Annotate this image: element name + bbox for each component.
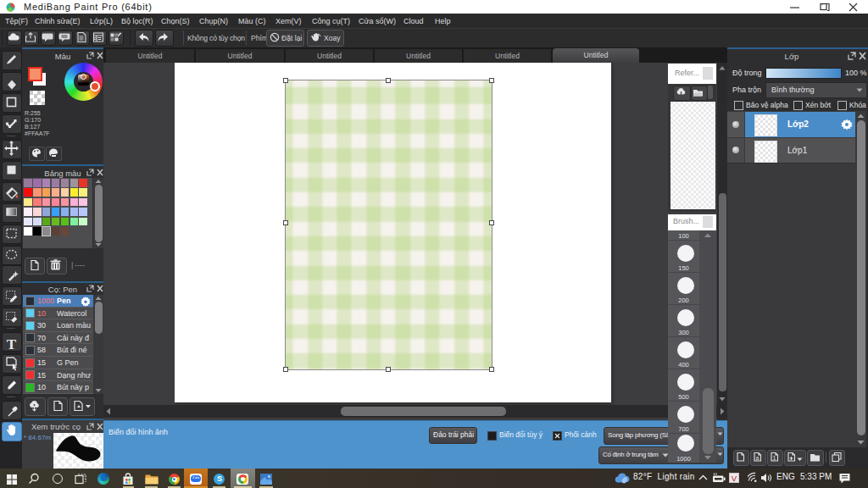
- svg-text:T: T: [7, 336, 17, 352]
- svg-text:a: a: [756, 455, 760, 461]
- svg-text:1: 1: [773, 455, 776, 461]
